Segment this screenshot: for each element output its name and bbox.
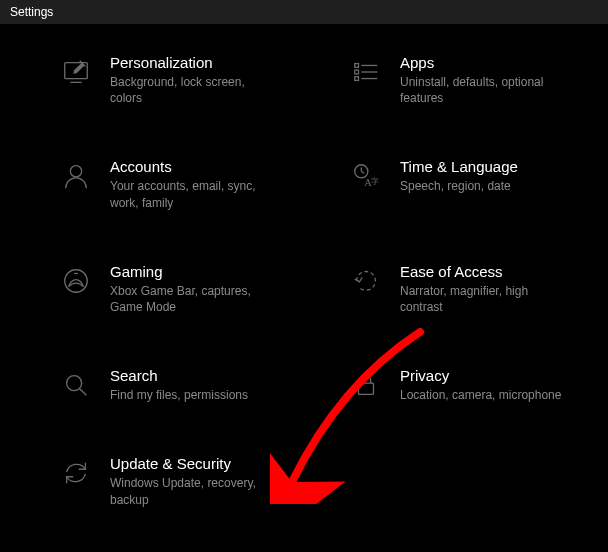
tile-title: Privacy <box>400 367 570 384</box>
tile-desc: Your accounts, email, sync, work, family <box>110 178 280 210</box>
tile-time-language[interactable]: A 字 Time & Language Speech, region, date <box>314 158 584 210</box>
tile-desc: Uninstall, defaults, optional features <box>400 74 570 106</box>
gaming-icon <box>60 265 92 297</box>
search-icon <box>60 369 92 401</box>
window-title-bar: Settings <box>0 0 608 24</box>
svg-point-17 <box>67 376 82 391</box>
window-title: Settings <box>10 5 53 19</box>
tile-title: Apps <box>400 54 570 71</box>
tile-personalization[interactable]: Personalization Background, lock screen,… <box>24 54 294 106</box>
personalization-icon <box>60 56 92 88</box>
svg-rect-3 <box>355 64 359 68</box>
accounts-icon <box>60 160 92 192</box>
tile-desc: Windows Update, recovery, backup <box>110 475 280 507</box>
privacy-icon <box>350 369 382 401</box>
update-security-icon <box>60 457 92 489</box>
tile-desc: Location, camera, microphone <box>400 387 570 403</box>
tile-update-security[interactable]: Update & Security Windows Update, recove… <box>24 455 294 507</box>
tile-title: Gaming <box>110 263 280 280</box>
settings-categories: Personalization Background, lock screen,… <box>0 24 608 552</box>
tile-title: Search <box>110 367 280 384</box>
svg-point-9 <box>70 166 81 177</box>
tile-title: Accounts <box>110 158 280 175</box>
time-language-icon: A 字 <box>350 160 382 192</box>
tile-title: Ease of Access <box>400 263 570 280</box>
ease-of-access-icon <box>350 265 382 297</box>
svg-text:字: 字 <box>371 178 379 187</box>
svg-line-12 <box>361 172 364 174</box>
tile-search[interactable]: Search Find my files, permissions <box>24 367 294 403</box>
tile-desc: Xbox Game Bar, captures, Game Mode <box>110 283 280 315</box>
tile-title: Personalization <box>110 54 280 71</box>
tile-title: Update & Security <box>110 455 280 472</box>
tile-title: Time & Language <box>400 158 570 175</box>
svg-rect-7 <box>355 77 359 81</box>
categories-grid: Personalization Background, lock screen,… <box>24 54 584 508</box>
svg-rect-5 <box>355 70 359 74</box>
tile-gaming[interactable]: Gaming Xbox Game Bar, captures, Game Mod… <box>24 263 294 315</box>
svg-line-18 <box>80 389 87 396</box>
tile-desc: Background, lock screen, colors <box>110 74 280 106</box>
tile-ease-of-access[interactable]: Ease of Access Narrator, magnifier, high… <box>314 263 584 315</box>
tile-desc: Speech, region, date <box>400 178 570 194</box>
tile-privacy[interactable]: Privacy Location, camera, microphone <box>314 367 584 403</box>
tile-desc: Find my files, permissions <box>110 387 280 403</box>
tile-accounts[interactable]: Accounts Your accounts, email, sync, wor… <box>24 158 294 210</box>
tile-desc: Narrator, magnifier, high contrast <box>400 283 570 315</box>
tile-apps[interactable]: Apps Uninstall, defaults, optional featu… <box>314 54 584 106</box>
apps-icon <box>350 56 382 88</box>
svg-rect-19 <box>359 383 374 394</box>
